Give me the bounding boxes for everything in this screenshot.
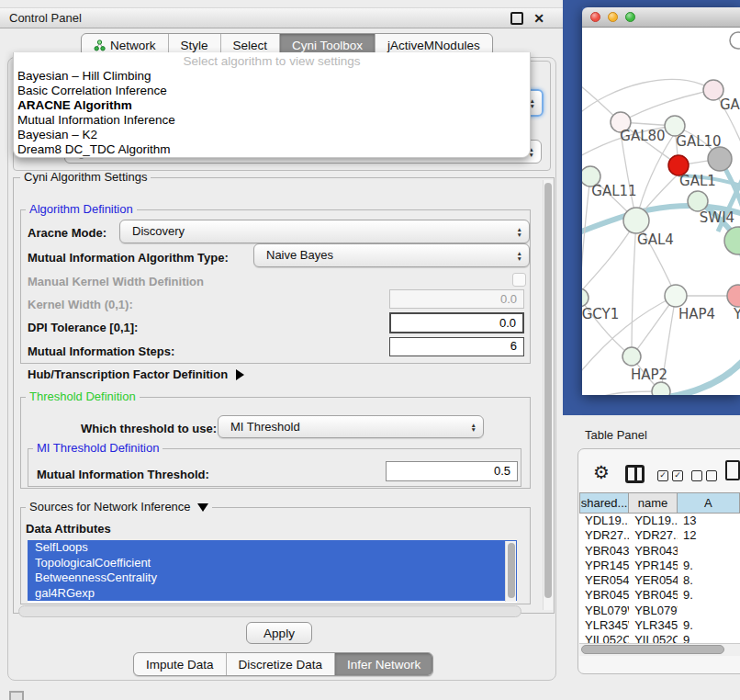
close-panel-icon[interactable]: ✕: [533, 12, 544, 25]
manual-kernel-checkbox[interactable]: [512, 273, 526, 287]
mi-type-combo[interactable]: Naive Bayes ▲▼: [253, 243, 530, 267]
table-horizontal-scrollbar[interactable]: [579, 643, 740, 656]
table-cell: YLR345W: [629, 618, 678, 633]
attribute-item-selected[interactable]: BetweennessCentrality: [28, 570, 517, 586]
node-swi4[interactable]: [688, 191, 708, 211]
column-header-shared[interactable]: shared...: [579, 492, 629, 514]
algorithm-option[interactable]: Bayesian – K2: [14, 128, 530, 142]
float-panel-icon[interactable]: [510, 12, 523, 25]
mi-steps-field[interactable]: 6: [389, 337, 524, 356]
algorithm-option[interactable]: Bayesian – Hill Climbing: [14, 69, 530, 84]
column-header-name[interactable]: name: [629, 492, 678, 514]
table-body: YDL19...YDL19...13YDR27...YDR27...12YBR0…: [579, 514, 740, 643]
table-row[interactable]: YER054CYER054C8.: [579, 573, 740, 588]
select-all-columns-icon[interactable]: ✓ ✓: [657, 470, 683, 481]
bottom-tab-infer-network[interactable]: Infer Network: [334, 653, 432, 675]
column-header-a[interactable]: A: [678, 492, 740, 514]
aracne-mode-combo[interactable]: Discovery ▲▼: [119, 220, 530, 243]
node-label-hap2: HAP2: [631, 367, 667, 383]
scrollbar-thumb[interactable]: [581, 645, 724, 654]
table-row[interactable]: YBR043CYBR043C: [579, 544, 740, 559]
node-hap2[interactable]: [622, 347, 641, 366]
table-cell: YPR145W: [579, 559, 629, 573]
table-cell: YBR043C: [579, 544, 629, 559]
manual-kernel-label: Manual Kernel Width Definition: [28, 275, 204, 288]
node-y[interactable]: [727, 285, 740, 307]
collapsed-arrow-icon: [236, 369, 244, 380]
algorithm-option[interactable]: Dream8 DC_TDC Algorithm: [14, 142, 530, 157]
hub-definition-toggle[interactable]: Hub/Transcription Factor Definition: [28, 367, 244, 381]
table-cell: YDR27...: [629, 528, 678, 543]
node-gal4[interactable]: [623, 208, 649, 233]
scrollbar-thumb[interactable]: [508, 543, 515, 598]
deselect-all-columns-icon[interactable]: [691, 470, 717, 481]
algorithm-definition-title: Algorithm Definition: [26, 203, 137, 216]
table-cell: YPR145W: [629, 559, 678, 573]
attributes-list-scrollbar[interactable]: [505, 541, 516, 602]
dpi-tolerance-field[interactable]: 0.0: [389, 312, 524, 333]
table-cell: YDL19...: [629, 514, 678, 528]
table-cell: YDL19...: [579, 514, 629, 528]
combo-stepper-icon: ▲▼: [517, 227, 522, 237]
table-cell: YIL052C: [629, 633, 678, 643]
table-cell: [678, 544, 740, 559]
algorithm-option[interactable]: Basic Correlation Inference: [14, 84, 530, 98]
table-row[interactable]: YIL052CYIL052C9: [579, 633, 740, 643]
attribute-item-selected[interactable]: SelfLoops: [28, 540, 517, 556]
table-row[interactable]: YDL19...YDL19...13: [579, 514, 740, 528]
table-cell: 12: [678, 528, 740, 543]
table-cell: 13: [678, 514, 740, 528]
node-label-gal11: GAL11: [591, 183, 636, 199]
table-row[interactable]: YLR345WYLR345W9.: [579, 618, 740, 633]
sources-box-title[interactable]: Sources for Network Inference: [26, 501, 212, 514]
table-cell: YBL079W: [579, 604, 629, 618]
apply-button[interactable]: Apply: [246, 622, 312, 644]
table-header-row: shared...nameA: [579, 492, 740, 514]
settings-box-title: Cyni Algorithm Settings: [20, 171, 151, 184]
algorithm-option[interactable]: Mutual Information Inference: [14, 113, 530, 128]
algorithm-dropdown-popup: Select algorithm to view settings Bayesi…: [13, 52, 531, 158]
table-cell: YBR043C: [629, 544, 678, 559]
mi-steps-label: Mutual Information Steps:: [28, 344, 174, 358]
table-row[interactable]: YDR27...YDR27...12: [579, 528, 740, 543]
node-gcy1[interactable]: [582, 288, 589, 307]
scrollbar-thumb[interactable]: [544, 183, 552, 598]
bottom-tab-impute-data[interactable]: Impute Data: [134, 653, 226, 675]
columns-icon[interactable]: [625, 465, 645, 483]
algorithm-option[interactable]: ARACNE Algorithm: [14, 98, 530, 113]
minimized-panel-icon[interactable]: [9, 691, 24, 700]
node-label-gal10: GAL10: [676, 133, 721, 150]
traffic-zoom-icon[interactable]: [625, 12, 635, 22]
traffic-close-icon[interactable]: [590, 12, 600, 22]
table-cell: 9.: [678, 618, 740, 633]
table-cell: YER054C: [629, 573, 678, 588]
attribute-item-selected[interactable]: TopologicalCoefficient: [28, 556, 517, 571]
horizontal-scrollbar-track[interactable]: [18, 605, 521, 617]
import-table-icon[interactable]: [725, 460, 740, 480]
node-label-y: Y: [733, 306, 740, 322]
settings-gear-icon[interactable]: ⚙: [593, 462, 610, 482]
node[interactable]: [724, 227, 740, 254]
table-cell: [678, 604, 740, 618]
popup-placeholder: Select algorithm to view settings: [14, 54, 530, 69]
node[interactable]: [730, 32, 740, 49]
traffic-minimize-icon[interactable]: [608, 12, 618, 22]
node[interactable]: [652, 382, 670, 395]
table-row[interactable]: YBR045CYBR045C9.: [579, 588, 740, 603]
attribute-item-selected[interactable]: gal4RGexp: [28, 586, 517, 602]
table-cell: YBR045C: [579, 588, 629, 603]
table-row[interactable]: YBL079WYBL079W: [579, 604, 740, 618]
node-hap4[interactable]: [665, 285, 687, 307]
popup-items: Bayesian – Hill ClimbingBasic Correlatio…: [14, 69, 530, 158]
table-row[interactable]: YPR145WYPR145W9.: [579, 559, 740, 573]
network-canvas[interactable]: GALGAL80GAL10GAL1GAL11SWI4GAL4GCY1HAP4YH…: [582, 28, 740, 395]
aracne-mode-label: Aracne Mode:: [28, 226, 107, 240]
bottom-tab-discretize-data[interactable]: Discretize Data: [226, 653, 335, 675]
node[interactable]: [708, 147, 732, 171]
which-threshold-combo[interactable]: MI Threshold ▲▼: [218, 415, 484, 438]
settings-scrollbar[interactable]: [543, 180, 553, 610]
mi-threshold-box-title: MI Threshold Definition: [33, 442, 163, 455]
control-panel-title: Control Panel: [9, 11, 82, 25]
mi-threshold-field[interactable]: 0.5: [386, 461, 518, 481]
table-cell: 9: [678, 633, 740, 643]
